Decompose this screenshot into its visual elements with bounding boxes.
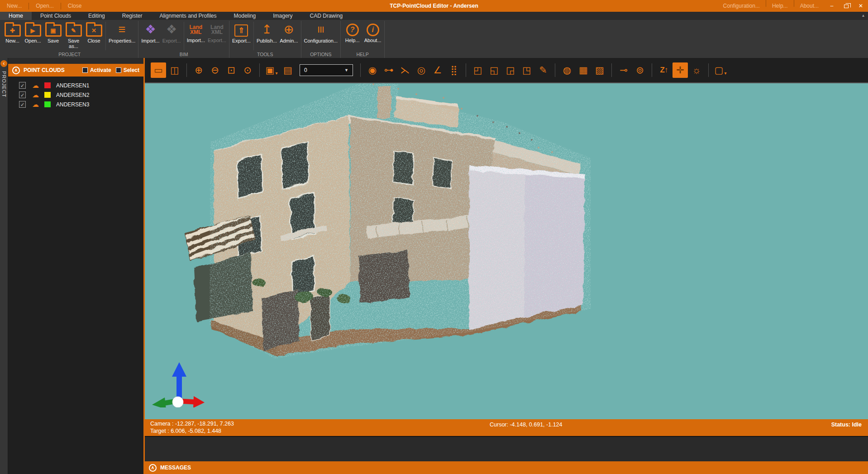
visibility-checkbox[interactable]: ✓ bbox=[19, 82, 26, 89]
column-view-icon: ◳ bbox=[522, 65, 531, 76]
section-view-button[interactable]: ◱ bbox=[486, 62, 502, 78]
messages-collapse-icon[interactable]: ∧ bbox=[149, 464, 157, 472]
z-up-button[interactable]: Z↑ bbox=[656, 62, 672, 78]
mesh-sphere-icon: ◍ bbox=[563, 65, 571, 76]
zoom-in-button[interactable]: ⊕ bbox=[191, 62, 206, 78]
point-cloud-name: ANDERSEN2 bbox=[56, 92, 89, 98]
ribbon-group-help: ?Help...iAbout...HELP bbox=[341, 21, 385, 58]
tab-home[interactable]: Home bbox=[0, 12, 32, 20]
z-up-icon: Z↑ bbox=[660, 66, 668, 75]
zoom-out-button[interactable]: ⊖ bbox=[207, 62, 223, 78]
quick-access-new[interactable]: New... bbox=[0, 0, 29, 12]
restore-button[interactable] bbox=[839, 0, 854, 12]
layers-button[interactable]: ▤ bbox=[280, 62, 296, 78]
ribbon-export-pdf-button[interactable]: ⇑Export... bbox=[231, 21, 252, 51]
ribbon-bim-import-button[interactable]: ❖Import... bbox=[140, 21, 161, 51]
select-fence-button[interactable]: ◫ bbox=[167, 62, 182, 78]
minimize-button[interactable]: – bbox=[825, 0, 839, 12]
polyline-tool-button[interactable]: ⋋ bbox=[397, 62, 413, 78]
ribbon-save-as-project-button[interactable]: ✎Save as... bbox=[63, 21, 84, 51]
ribbon-properties-button[interactable]: ≡Properties... bbox=[107, 21, 137, 51]
visibility-checkbox[interactable]: ✓ bbox=[19, 101, 26, 108]
point-cloud-row-andersen2[interactable]: ✓☁ANDERSEN2 bbox=[8, 90, 143, 100]
publish-icon: ↥ bbox=[262, 23, 272, 37]
toolbar-separator bbox=[466, 63, 466, 77]
angle-tool-button[interactable]: ∠ bbox=[430, 62, 445, 78]
status-indicator: Status: Idle bbox=[831, 421, 862, 428]
messages-bar[interactable]: ∧ MESSAGES bbox=[145, 461, 868, 474]
ribbon-configuration-sliders-button[interactable]: ≡Configuration... bbox=[303, 21, 339, 51]
tab-point-clouds[interactable]: Point Clouds bbox=[32, 12, 80, 20]
mesh-slope-button[interactable]: ▨ bbox=[592, 62, 607, 78]
ribbon-group-label: PROJECT bbox=[2, 51, 137, 58]
ribbon-landxml-import-button[interactable]: Land XMLImport... bbox=[186, 21, 206, 51]
lighting-button[interactable]: ☼ bbox=[689, 62, 704, 78]
tab-imagery[interactable]: Imagery bbox=[264, 12, 301, 20]
title-menu-configuration[interactable]: Configuration... bbox=[717, 0, 766, 12]
tab-modeling[interactable]: Modeling bbox=[225, 12, 265, 20]
visibility-checkbox[interactable]: ✓ bbox=[19, 91, 26, 98]
select-rectangle-icon: ▭ bbox=[154, 65, 163, 76]
title-menu-about[interactable]: About... bbox=[794, 0, 825, 12]
zoom-extents-button[interactable]: ⊙ bbox=[240, 62, 255, 78]
ribbon-item-label: Properties... bbox=[109, 38, 135, 43]
activate-checkbox-box[interactable] bbox=[82, 67, 88, 73]
select-checkbox-box[interactable] bbox=[116, 67, 121, 73]
ribbon-item-label: Close bbox=[87, 38, 100, 43]
quick-access-close[interactable]: Close bbox=[61, 0, 89, 12]
point-inspect-button[interactable]: ⊚ bbox=[632, 62, 648, 78]
select-rectangle-button[interactable]: ▭ bbox=[151, 62, 166, 78]
ribbon-open-project-button[interactable]: ▶Open... bbox=[23, 21, 43, 51]
viewport-canvas[interactable] bbox=[145, 83, 868, 419]
point-tool-button[interactable]: ◉ bbox=[365, 62, 380, 78]
sidebar-collapse-button[interactable]: ‹ bbox=[0, 60, 7, 67]
tab-register[interactable]: Register bbox=[114, 12, 151, 20]
mesh-grid-button[interactable]: ▦ bbox=[576, 62, 591, 78]
elevation-view-button[interactable]: ◲ bbox=[503, 62, 518, 78]
select-fence-icon: ◫ bbox=[170, 65, 179, 76]
zoom-window-button[interactable]: ⊡ bbox=[224, 62, 239, 78]
ribbon-help-button[interactable]: ?Help... bbox=[342, 21, 362, 51]
column-view-button[interactable]: ◳ bbox=[519, 62, 534, 78]
ribbon-new-project-button[interactable]: ✚New... bbox=[2, 21, 23, 51]
close-button[interactable]: ✕ bbox=[854, 0, 868, 12]
axes-move-button[interactable]: ✛ bbox=[672, 62, 688, 78]
annotation-tool-button[interactable]: ✎ bbox=[535, 62, 551, 78]
quick-access-open[interactable]: Open... bbox=[29, 0, 60, 12]
tab-editing[interactable]: Editing bbox=[80, 12, 114, 20]
pointcloud-box-tool-button[interactable]: ⣿ bbox=[446, 62, 462, 78]
tab-alignments-and-profiles[interactable]: Alignments and Profiles bbox=[151, 12, 225, 20]
ribbon-save-project-button[interactable]: ▣Save bbox=[43, 21, 63, 51]
header-checkbox-activate[interactable]: Activate bbox=[82, 67, 111, 73]
ribbon-item-label: Export... bbox=[208, 38, 226, 43]
project-strip: ‹ PROJECT bbox=[0, 58, 8, 474]
mesh-sphere-button[interactable]: ◍ bbox=[559, 62, 575, 78]
circle-tool-button[interactable]: ◎ bbox=[414, 62, 429, 78]
title-menu-help[interactable]: Help... bbox=[766, 0, 794, 12]
ribbon-publish-button[interactable]: ↥Publish... bbox=[255, 21, 278, 51]
view-cube-button[interactable]: ▣▾ bbox=[264, 62, 279, 78]
pointcloud-box-tool-icon: ⣿ bbox=[450, 65, 457, 76]
polyline-tool-icon: ⋋ bbox=[401, 65, 410, 76]
tab-cad-drawing[interactable]: CAD Drawing bbox=[301, 12, 352, 20]
header-checkbox-select[interactable]: Select bbox=[116, 67, 139, 73]
cursor-coordinates: Cursor: -4.148, 0.691, -1.124 bbox=[490, 421, 563, 428]
panel-spacer bbox=[8, 58, 143, 64]
point-cloud-row-andersen1[interactable]: ✓☁ANDERSEN1 bbox=[8, 81, 143, 90]
layer-select-combo[interactable]: 0▼ bbox=[300, 64, 353, 76]
save-as-project-icon: ✎ bbox=[66, 24, 82, 37]
axis-z-blue bbox=[172, 362, 186, 400]
project-strip-label: PROJECT bbox=[1, 71, 7, 97]
point-cloud-list: ✓☁ANDERSEN1✓☁ANDERSEN2✓☁ANDERSEN3 bbox=[8, 77, 143, 474]
ribbon-admin-globe-button[interactable]: ⊕Admin... bbox=[278, 21, 299, 51]
ribbon-close-project-button[interactable]: ✕Close bbox=[84, 21, 104, 51]
panel-collapse-icon[interactable]: ∧ bbox=[12, 67, 20, 74]
link-points-button[interactable]: ⊸ bbox=[616, 62, 631, 78]
point-cloud-row-andersen3[interactable]: ✓☁ANDERSEN3 bbox=[8, 100, 143, 109]
messages-title: MESSAGES bbox=[160, 464, 191, 471]
display-mode-button[interactable]: ▢▾ bbox=[713, 62, 728, 78]
ribbon-collapse-icon[interactable]: ▴ bbox=[862, 13, 864, 18]
ribbon-about-button[interactable]: iAbout... bbox=[362, 21, 383, 51]
plan-view-button[interactable]: ◰ bbox=[470, 62, 486, 78]
line-tool-button[interactable]: ⊶ bbox=[381, 62, 396, 78]
